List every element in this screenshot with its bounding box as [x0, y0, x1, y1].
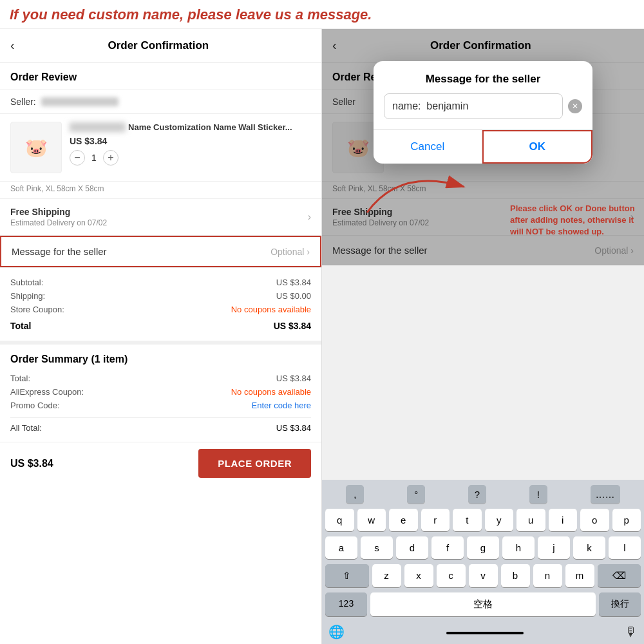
left-qty-row: − 1 + [70, 150, 311, 166]
left-product-row: 🐷 Name Custom Name Customization Name Wa… [0, 114, 321, 182]
qty-minus-button[interactable]: − [70, 150, 85, 166]
left-page-title: Order Confirmation [25, 39, 292, 52]
key-exclamation[interactable]: ! [529, 485, 547, 504]
dialog-clear-button[interactable]: ✕ [568, 99, 582, 113]
seller-message-dialog: Message for the seller ✕ Cancel OK [374, 61, 592, 164]
dialog-buttons: Cancel OK [374, 130, 592, 164]
key-question[interactable]: ? [468, 485, 486, 504]
left-variant: Soft Pink, XL 58cm X 58cm [0, 182, 321, 199]
virtual-keyboard: , ° ? ! …… q w e r t y u i o p a [322, 480, 644, 644]
left-price-summary: Subtotal: US $3.84 Shipping: US $0.00 St… [0, 267, 321, 341]
key-o[interactable]: o [580, 509, 609, 531]
key-w[interactable]: w [357, 509, 386, 531]
key-c[interactable]: c [437, 564, 466, 587]
home-indicator [446, 632, 524, 634]
summary-promo-row: Promo Code: Enter code here [10, 399, 311, 412]
key-y[interactable]: y [485, 509, 514, 531]
key-n[interactable]: n [533, 564, 562, 587]
key-b[interactable]: b [501, 564, 530, 587]
keyboard-globe-row: 🌐 🎙 [322, 621, 644, 644]
bottom-total: US $3.84 [10, 458, 53, 469]
order-summary-title: Order Summary (1 item) [10, 354, 311, 365]
order-summary-section: Order Summary (1 item) Total: US $3.84 A… [0, 341, 321, 442]
qty-value: 1 [91, 153, 97, 163]
key-u[interactable]: u [516, 509, 545, 531]
keyboard-special-row: , ° ? ! …… [322, 480, 644, 506]
key-s[interactable]: s [361, 536, 393, 559]
key-k[interactable]: k [573, 536, 605, 559]
all-total-row: All Total: US $3.84 [10, 417, 311, 433]
left-product-name: Name Custom Name Customization Name Wall… [70, 122, 311, 133]
dialog-input-field[interactable] [384, 93, 563, 119]
key-q[interactable]: q [325, 509, 354, 531]
left-shipping-chevron: › [308, 211, 311, 223]
key-d[interactable]: d [396, 536, 428, 559]
coupon-row: Store Coupon: No coupons available [10, 303, 311, 316]
key-ellipsis[interactable]: …… [591, 485, 620, 504]
seller-label: Seller: [10, 97, 36, 107]
left-message-label: Message for the seller [12, 246, 107, 257]
left-message-optional: Optional › [270, 247, 310, 257]
left-product-info: Name Custom Name Customization Name Wall… [70, 122, 311, 173]
key-h[interactable]: h [502, 536, 535, 559]
subtotal-row: Subtotal: US $3.84 [10, 276, 311, 289]
total-row: Total US $3.84 [10, 319, 311, 333]
key-delete[interactable]: ⌫ [598, 564, 641, 587]
place-order-bar: US $3.84 PLACE ORDER [0, 442, 321, 484]
key-123[interactable]: 123 [325, 592, 367, 616]
key-t[interactable]: t [453, 509, 482, 531]
key-i[interactable]: i [549, 509, 578, 531]
key-r[interactable]: r [421, 509, 450, 531]
left-order-review-label: Order Review [0, 62, 321, 90]
shipping-price-row: Shipping: US $0.00 [10, 289, 311, 303]
key-space[interactable]: 空格 [370, 592, 596, 616]
left-panel: ‹ Order Confirmation Order Review Seller… [0, 29, 322, 644]
left-product-image: 🐷 [10, 122, 62, 173]
key-e[interactable]: e [389, 509, 418, 531]
key-a[interactable]: a [325, 536, 357, 559]
key-g[interactable]: g [467, 536, 499, 559]
left-back-button[interactable]: ‹ [10, 38, 15, 53]
left-product-price: US $3.84 [70, 136, 311, 146]
left-header: ‹ Order Confirmation [0, 29, 321, 62]
key-comma[interactable]: , [346, 485, 364, 504]
key-x[interactable]: x [404, 564, 433, 587]
keyboard-bottom-row: 123 空格 換行 [322, 590, 644, 621]
keyboard-asdf-row: a s d f g h j k l [322, 534, 644, 562]
summary-ali-coupon-row: AliExpress Coupon: No coupons available [10, 385, 311, 399]
key-f[interactable]: f [431, 536, 464, 559]
dialog-cancel-button[interactable]: Cancel [374, 130, 482, 164]
key-l[interactable]: l [609, 536, 641, 559]
right-screen-content: ‹ Order Confirmation Order Review Seller… [322, 29, 644, 265]
left-shipping-title: Free Shipping [10, 207, 107, 217]
key-change[interactable]: 換行 [599, 592, 641, 616]
left-message-row[interactable]: Message for the seller Optional › [0, 236, 321, 267]
summary-total-row: Total: US $3.84 [10, 372, 311, 385]
qty-plus-button[interactable]: + [103, 150, 118, 166]
key-j[interactable]: j [538, 536, 570, 559]
right-panel: ‹ Order Confirmation Order Review Seller… [322, 29, 644, 644]
seller-name-blur [41, 97, 118, 106]
dialog-ok-button[interactable]: OK [482, 130, 593, 164]
dialog-title: Message for the seller [374, 61, 592, 93]
mic-icon[interactable]: 🎙 [625, 625, 638, 639]
key-p[interactable]: p [612, 509, 641, 531]
left-shipping-row[interactable]: Free Shipping Estimated Delivery on 07/0… [0, 199, 321, 236]
key-z[interactable]: z [372, 564, 401, 587]
keyboard-qwerty-row: q w e r t y u i o p [322, 506, 644, 534]
left-shipping-sub: Estimated Delivery on 07/02 [10, 218, 107, 227]
key-degree[interactable]: ° [407, 485, 425, 504]
left-shipping-info: Free Shipping Estimated Delivery on 07/0… [10, 207, 107, 227]
key-shift[interactable]: ⇧ [325, 564, 369, 587]
keyboard-zxcv-row: ⇧ z x c v b n m ⌫ [322, 562, 644, 590]
key-v[interactable]: v [469, 564, 498, 587]
top-banner: If you need custom name, please leave us… [0, 0, 644, 29]
left-seller-row: Seller: [0, 90, 321, 114]
banner-text: If you need custom name, please leave us… [10, 6, 634, 23]
place-order-button[interactable]: PLACE ORDER [198, 449, 311, 478]
key-m[interactable]: m [565, 564, 594, 587]
red-annotation-text: Please click OK or Done button after add… [510, 203, 639, 238]
dialog-input-row: ✕ [374, 93, 592, 129]
globe-icon[interactable]: 🌐 [328, 624, 345, 639]
